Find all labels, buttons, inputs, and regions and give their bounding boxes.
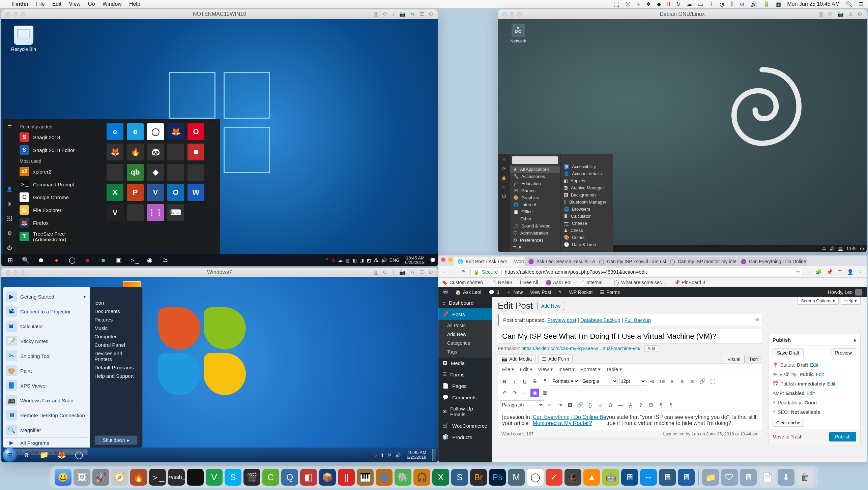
address-bar[interactable]: 🔒 Secure | https://askleo.com/wp-admin/p… <box>470 268 803 276</box>
ext-icon[interactable]: ≡ <box>808 269 811 275</box>
dock-excel[interactable]: X <box>432 469 449 486</box>
recycle-bin[interactable]: Recycle Bin <box>10 26 37 52</box>
dock-todoist[interactable]: ✓ <box>546 469 562 486</box>
tray-icon[interactable]: S <box>332 257 335 263</box>
edit-link[interactable]: Edit <box>807 391 815 396</box>
notification-icon[interactable]: ☰ <box>859 1 863 7</box>
outdent-icon[interactable]: ⇤ <box>545 400 554 409</box>
start-right-item[interactable]: Pictures <box>94 317 138 323</box>
launcher-category[interactable]: 🔧Accessories <box>510 173 560 180</box>
mac-clock[interactable]: Mon Jun 25 10:45 AM <box>787 1 840 7</box>
dock-folder[interactable]: 🖥 <box>740 469 757 486</box>
launcher-category[interactable]: 🎓Education <box>510 180 560 187</box>
tile[interactable]: qb <box>127 164 144 181</box>
tile[interactable]: ⋮⋮ <box>147 204 164 221</box>
launcher-app[interactable]: 👤Account details <box>560 170 613 177</box>
dock-launchpad[interactable]: 🚀 <box>92 469 109 486</box>
ext-icon[interactable]: ⬚ <box>838 269 842 275</box>
tile-word[interactable]: W <box>187 184 204 201</box>
launcher-app[interactable]: 🌐Browsers <box>560 206 613 213</box>
tray-icon[interactable]: S <box>374 453 377 458</box>
permalink-edit-button[interactable]: Edit <box>644 345 658 352</box>
launcher-icon[interactable]: ⟳ <box>502 166 506 171</box>
editor-menu[interactable]: Table ▾ <box>604 365 624 374</box>
editor-tab-text[interactable]: Text <box>745 355 762 363</box>
taskbar-pin[interactable]: ◯ <box>65 255 79 266</box>
vm-titlebar[interactable]: Debian GNU/Linux ▥⟳📷⚠⚙ <box>498 9 867 19</box>
start-power-icon[interactable]: ⏻ <box>7 245 12 251</box>
link-icon[interactable]: 🔗 <box>698 377 707 386</box>
start-item[interactable]: 🎨Paint <box>5 363 88 378</box>
dock-icon[interactable]: Q <box>281 469 298 486</box>
launcher-app[interactable]: ◧Applets <box>560 177 613 184</box>
bookmark[interactable]: 🔖Custom shorten <box>442 280 483 285</box>
edit-link[interactable]: Edit <box>810 362 818 368</box>
taskbar-clock[interactable]: 10:45 AM6/25/2018 <box>404 450 429 459</box>
taskbar-pin[interactable]: ◉ <box>143 255 156 266</box>
launcher-category[interactable]: 🎨Graphics <box>510 194 560 201</box>
taskview-button[interactable]: ⏺ <box>34 255 48 266</box>
tray-icon[interactable]: ◧ <box>352 257 357 263</box>
browser-tab[interactable]: 🌐Edit Post ‹ Ask Leo! — WordP× <box>454 257 524 266</box>
forward-button[interactable]: → <box>452 269 457 275</box>
dock-chrome[interactable]: ◯ <box>527 469 544 486</box>
sidebar-sub-item[interactable]: Tags <box>438 347 492 356</box>
dock-snagit[interactable]: S <box>451 469 468 486</box>
volume-icon[interactable]: 🔊 <box>750 1 757 7</box>
wp-logo-icon[interactable]: ⓦ <box>443 289 448 295</box>
start-user-icon[interactable]: 👤 <box>6 186 13 192</box>
mac-menu-edit[interactable]: Edit <box>52 1 62 7</box>
mac-menu-go[interactable]: Go <box>88 1 95 7</box>
paragraph-select[interactable]: Paragraph <box>500 400 544 409</box>
dock-folder[interactable]: 🛡 <box>721 469 738 486</box>
dock-evernote[interactable]: 🐘 <box>395 469 411 486</box>
add-form-button[interactable]: ☰Add Form <box>538 355 573 363</box>
bookmark[interactable]: ◯What are some sec… <box>614 280 667 285</box>
start-documents-icon[interactable]: 🗎 <box>7 201 12 207</box>
anchor-icon[interactable]: 🔗 <box>576 400 584 409</box>
status-icon[interactable]: II <box>667 1 670 7</box>
taskbar-pin[interactable]: ▣ <box>112 255 125 266</box>
browser-tab[interactable]: 🟣Can Everything I Do Online B× <box>737 257 807 266</box>
align-center-icon[interactable]: ≡ <box>678 377 687 386</box>
bold-icon[interactable]: B <box>500 377 509 386</box>
bookmark[interactable]: fSee All <box>520 280 538 285</box>
launcher-icon[interactable]: ⎋ <box>502 184 505 189</box>
browser-tab[interactable]: 🟣Ask Leo! Search Results - Ask× <box>525 257 595 266</box>
show-desktop[interactable] <box>432 449 436 461</box>
ol-icon[interactable]: 1≡ <box>658 377 666 386</box>
mac-menu-view[interactable]: View <box>69 1 80 7</box>
dock-icon[interactable]: 🎩 <box>565 469 581 486</box>
statusbar-icon[interactable]: 💻 <box>838 246 843 251</box>
tile-edge[interactable]: e <box>107 123 123 140</box>
dock-icon[interactable]: 🎬 <box>243 469 260 486</box>
dock-icon[interactable]: 🖼 <box>74 469 90 486</box>
adminbar-yoast[interactable]: Y <box>558 289 561 295</box>
status-icon[interactable]: ⬚ <box>614 1 619 7</box>
tray-icon[interactable]: 🔊 <box>381 257 387 263</box>
align-left-icon[interactable]: ≡ <box>668 377 676 386</box>
editor-tab-visual[interactable]: Visual <box>723 355 745 363</box>
add-media-button[interactable]: 📷Add Media <box>498 355 536 363</box>
tile[interactable]: 🐼 <box>147 144 164 160</box>
vm-titlebar[interactable]: NOTENMAC12WIN10 ▥⟳↕📷⇆☰⚙ <box>1 9 438 19</box>
tile-chrome[interactable]: ◯ <box>147 123 164 140</box>
permalink-url[interactable]: https://askleo.com/can-my-isp-see-w…rtua… <box>521 346 640 351</box>
color-icon[interactable]: A <box>626 400 635 409</box>
reload-button[interactable]: ⟳ <box>461 269 466 275</box>
dock-icon[interactable] <box>187 469 204 486</box>
dock-vlc[interactable]: ▲ <box>583 469 600 486</box>
start-orb[interactable]: ⊞ <box>3 448 17 462</box>
bookmark[interactable]: 📄NANIB <box>490 280 513 285</box>
screen-options-button[interactable]: Screen Options ▾ <box>797 297 838 305</box>
font-select[interactable]: Georgia <box>581 377 618 386</box>
fullscreen-icon[interactable]: ⛶ <box>708 377 717 386</box>
start-right-item[interactable]: Control Panel <box>94 342 138 348</box>
italic-icon[interactable]: I <box>510 377 519 386</box>
status-icon[interactable]: ◔ <box>720 1 724 7</box>
save-draft-button[interactable]: Save Draft <box>773 348 804 357</box>
sidebar-sub-item[interactable]: Categories <box>438 339 492 347</box>
align-right-icon[interactable]: ≡ <box>688 377 697 386</box>
mac-menu-app[interactable]: Finder <box>12 1 29 7</box>
dock-parallels[interactable]: || <box>338 469 355 486</box>
